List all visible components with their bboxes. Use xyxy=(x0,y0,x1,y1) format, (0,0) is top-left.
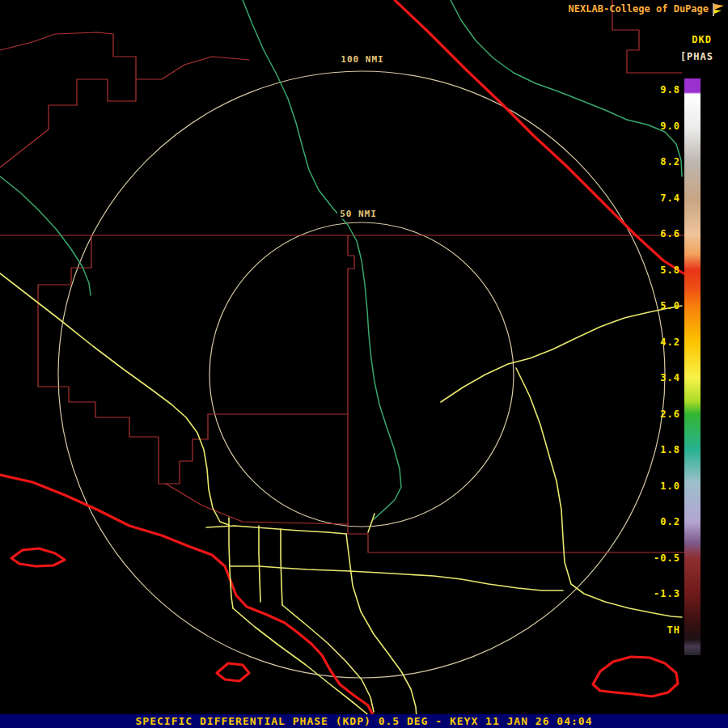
radar-display: NEXLAB-College of DuPage DKD [PHAS SPECI… xyxy=(0,0,728,728)
radar-map xyxy=(0,0,728,728)
range-ring-50-nmi xyxy=(210,222,514,527)
colorbar-tick-label: 1.0 xyxy=(643,480,680,492)
red-outline-blob-small xyxy=(217,663,249,681)
county-line-la-nw-steps xyxy=(166,414,208,484)
range-ring-label-50-nmi: 50 NMI xyxy=(337,209,379,219)
interstate-diagonal-northeast xyxy=(395,0,684,273)
colorbar-tick-label: -0.5 xyxy=(643,552,680,564)
highway-east-lower xyxy=(516,368,682,617)
colorbar-tick-label: -1.3 xyxy=(643,588,680,599)
colorbar-tick-label: TH xyxy=(643,624,680,636)
county-line-sierra-jagged xyxy=(0,57,249,167)
highway-spur-north xyxy=(368,514,375,532)
highway-network-vertical-a xyxy=(229,518,233,608)
colorbar-tick-label: 9.0 xyxy=(643,121,680,132)
highway-network-main xyxy=(206,526,346,534)
county-line-east-vertical xyxy=(348,235,354,414)
interstate-southwest-corridor xyxy=(0,475,377,728)
product-code-label: DKD xyxy=(692,34,712,45)
colorbar-tick-label: 1.8 xyxy=(643,444,680,455)
colorbar-tick-label: 2.6 xyxy=(643,408,680,420)
colorbar-tick-label: 4.2 xyxy=(643,336,680,348)
brand-title: NEXLAB-College of DuPage xyxy=(569,3,709,15)
colorbar-tick-label: 3.4 xyxy=(643,372,680,383)
red-outline-blob-southeast xyxy=(593,657,678,696)
cod-logo-icon xyxy=(711,2,726,17)
red-outline-blob-west xyxy=(11,548,65,566)
status-text: SPECIFIC DIFFERENTIAL PHASE (KDP) 0.5 DE… xyxy=(136,715,593,727)
colorbar-tick-label: 6.6 xyxy=(643,228,680,239)
colorbar-tick-label: 5.0 xyxy=(643,300,680,311)
county-line-tulare xyxy=(0,32,136,79)
colorbar xyxy=(684,78,700,655)
highway-connector-east xyxy=(349,571,563,590)
colorbar-tick-label: 7.4 xyxy=(643,193,680,204)
river-mojave xyxy=(243,0,401,519)
county-line-la-north-diagonal xyxy=(166,484,348,524)
colorbar-tick-label: 8.2 xyxy=(643,156,680,167)
colorbar-tick-label: 9.8 xyxy=(643,84,680,95)
colorbar-tick-label: 0.2 xyxy=(643,516,680,527)
colorbar-tick-label: 5.8 xyxy=(643,265,680,276)
county-line-kern-west xyxy=(38,235,166,484)
range-ring-label-100-nmi: 100 NMI xyxy=(338,54,386,65)
status-bar: SPECIFIC DIFFERENTIAL PHASE (KDP) 0.5 DE… xyxy=(0,714,728,728)
highway-east-upper xyxy=(441,306,682,402)
highway-network-vertical-b xyxy=(259,526,260,602)
highway-network-cross xyxy=(230,566,349,571)
units-label: [PHAS xyxy=(680,51,713,62)
highway-network-vertical-c xyxy=(281,529,282,605)
highway-diagonal-south-a xyxy=(233,608,379,728)
highway-diagonal-west xyxy=(0,273,229,525)
